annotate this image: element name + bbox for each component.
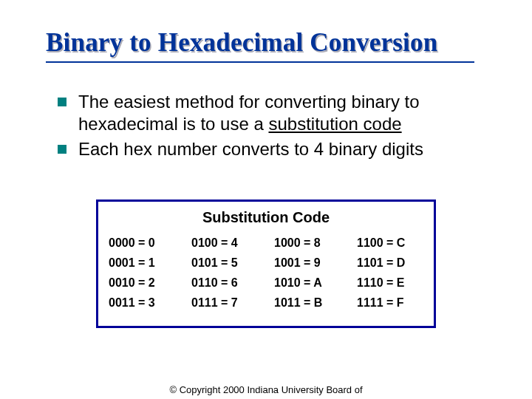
list-item: The easiest method for converting binary… <box>58 91 471 135</box>
bullet-text-underline: substitution code <box>268 114 401 134</box>
table-cell: 1011 = B <box>274 296 341 310</box>
table-cell: 1000 = 8 <box>274 236 341 250</box>
table-col: 0100 = 4 0101 = 5 0110 = 6 0111 = 7 <box>191 236 258 310</box>
table-cell: 0010 = 2 <box>109 276 175 290</box>
list-item: Each hex number converts to 4 binary dig… <box>58 138 471 160</box>
table-cell: 0100 = 4 <box>191 236 258 250</box>
table-cell: 0001 = 1 <box>109 256 175 270</box>
slide: Binary to Hexadecimal Conversion The eas… <box>0 0 532 399</box>
bullet-icon <box>58 98 66 106</box>
bullet-list: The easiest method for converting binary… <box>58 91 471 163</box>
footer-copyright: © Copyright 2000 Indiana University Boar… <box>0 384 532 395</box>
substitution-table: Substitution Code 0000 = 0 0001 = 1 0010… <box>96 200 436 328</box>
bullet-text: Each hex number converts to 4 binary dig… <box>78 138 423 160</box>
bullet-text: The easiest method for converting binary… <box>78 91 471 135</box>
bullet-icon <box>58 145 66 154</box>
title-underline <box>46 61 474 63</box>
slide-title: Binary to Hexadecimal Conversion <box>46 28 437 58</box>
table-cell: 0000 = 0 <box>109 236 175 250</box>
table-columns: 0000 = 0 0001 = 1 0010 = 2 0011 = 3 0100… <box>109 236 423 310</box>
table-title: Substitution Code <box>109 209 423 226</box>
table-cell: 0110 = 6 <box>191 276 258 290</box>
table-col: 0000 = 0 0001 = 1 0010 = 2 0011 = 3 <box>109 236 175 310</box>
table-cell: 0111 = 7 <box>191 296 258 310</box>
table-cell: 0011 = 3 <box>109 296 175 310</box>
table-cell: 0101 = 5 <box>191 256 258 270</box>
table-cell: 1001 = 9 <box>274 256 341 270</box>
table-cell: 1010 = A <box>274 276 341 290</box>
table-cell: 1101 = D <box>357 256 423 270</box>
table-cell: 1111 = F <box>357 296 423 310</box>
table-col: 1100 = C 1101 = D 1110 = E 1111 = F <box>357 236 423 310</box>
table-cell: 1110 = E <box>357 276 423 290</box>
table-col: 1000 = 8 1001 = 9 1010 = A 1011 = B <box>274 236 341 310</box>
table-cell: 1100 = C <box>357 236 423 250</box>
